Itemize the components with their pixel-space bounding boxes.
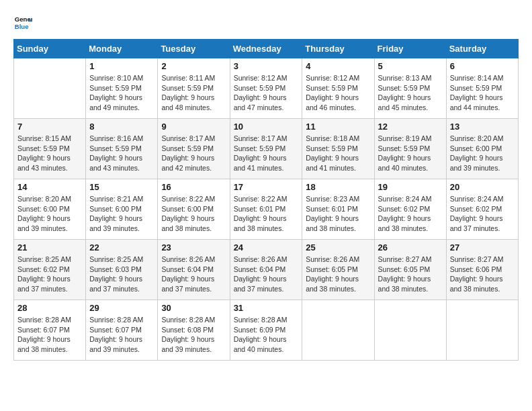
day-info: Sunrise: 8:25 AM Sunset: 6:03 PM Dayligh…: [89, 255, 154, 294]
day-info: Sunrise: 8:25 AM Sunset: 6:02 PM Dayligh…: [17, 255, 82, 294]
calendar-cell: 17Sunrise: 8:22 AM Sunset: 6:01 PM Dayli…: [230, 179, 302, 240]
calendar-cell: 25Sunrise: 8:26 AM Sunset: 6:05 PM Dayli…: [302, 240, 374, 300]
day-number: 31: [234, 303, 299, 313]
calendar-cell: 30Sunrise: 8:28 AM Sunset: 6:08 PM Dayli…: [158, 300, 230, 361]
calendar-cell: 1Sunrise: 8:10 AM Sunset: 5:59 PM Daylig…: [86, 58, 158, 119]
day-info: Sunrise: 8:28 AM Sunset: 6:07 PM Dayligh…: [89, 315, 154, 355]
day-info: Sunrise: 8:11 AM Sunset: 5:59 PM Dayligh…: [161, 73, 226, 113]
day-info: Sunrise: 8:17 AM Sunset: 5:59 PM Dayligh…: [234, 134, 299, 173]
day-number: 4: [306, 61, 370, 71]
day-number: 8: [89, 122, 154, 132]
calendar-header-row: SundayMondayTuesdayWednesdayThursdayFrid…: [14, 40, 519, 58]
day-info: Sunrise: 8:13 AM Sunset: 5:59 PM Dayligh…: [378, 73, 443, 113]
calendar-cell: 14Sunrise: 8:20 AM Sunset: 6:00 PM Dayli…: [14, 179, 86, 240]
day-info: Sunrise: 8:28 AM Sunset: 6:08 PM Dayligh…: [161, 315, 226, 355]
calendar-cell: 21Sunrise: 8:25 AM Sunset: 6:02 PM Dayli…: [14, 240, 86, 300]
day-number: 24: [234, 242, 299, 253]
day-number: 12: [378, 122, 443, 132]
calendar-cell: 26Sunrise: 8:27 AM Sunset: 6:05 PM Dayli…: [374, 240, 446, 300]
day-info: Sunrise: 8:14 AM Sunset: 5:59 PM Dayligh…: [450, 73, 515, 113]
calendar-cell: 16Sunrise: 8:22 AM Sunset: 6:00 PM Dayli…: [158, 179, 230, 240]
day-number: 9: [161, 122, 226, 132]
calendar-week-row: 14Sunrise: 8:20 AM Sunset: 6:00 PM Dayli…: [14, 179, 519, 240]
day-info: Sunrise: 8:26 AM Sunset: 6:05 PM Dayligh…: [306, 255, 370, 294]
calendar-cell: 18Sunrise: 8:23 AM Sunset: 6:01 PM Dayli…: [302, 179, 374, 240]
day-info: Sunrise: 8:19 AM Sunset: 5:59 PM Dayligh…: [378, 134, 443, 173]
calendar-week-row: 7Sunrise: 8:15 AM Sunset: 5:59 PM Daylig…: [14, 119, 519, 179]
calendar-cell: 6Sunrise: 8:14 AM Sunset: 5:59 PM Daylig…: [446, 58, 518, 119]
day-info: Sunrise: 8:20 AM Sunset: 6:00 PM Dayligh…: [17, 194, 82, 234]
day-info: Sunrise: 8:28 AM Sunset: 6:09 PM Dayligh…: [234, 315, 299, 355]
calendar-week-row: 1Sunrise: 8:10 AM Sunset: 5:59 PM Daylig…: [14, 58, 519, 119]
calendar-cell: [446, 300, 518, 361]
day-number: 21: [17, 242, 82, 253]
day-info: Sunrise: 8:15 AM Sunset: 5:59 PM Dayligh…: [17, 134, 82, 173]
calendar-cell: 28Sunrise: 8:28 AM Sunset: 6:07 PM Dayli…: [14, 300, 86, 361]
calendar-cell: 12Sunrise: 8:19 AM Sunset: 5:59 PM Dayli…: [374, 119, 446, 179]
calendar-cell: 13Sunrise: 8:20 AM Sunset: 6:00 PM Dayli…: [446, 119, 518, 179]
logo-icon: General Blue: [13, 13, 32, 32]
calendar-cell: 15Sunrise: 8:21 AM Sunset: 6:00 PM Dayli…: [86, 179, 158, 240]
day-info: Sunrise: 8:22 AM Sunset: 6:01 PM Dayligh…: [234, 194, 299, 234]
day-number: 20: [450, 182, 515, 192]
day-number: 22: [89, 242, 154, 253]
calendar-cell: 29Sunrise: 8:28 AM Sunset: 6:07 PM Dayli…: [86, 300, 158, 361]
day-number: 5: [378, 61, 443, 71]
logo: General Blue: [13, 13, 35, 32]
calendar-cell: [374, 300, 446, 361]
day-header-tuesday: Tuesday: [158, 40, 230, 58]
day-number: 17: [234, 182, 299, 192]
day-info: Sunrise: 8:21 AM Sunset: 6:00 PM Dayligh…: [89, 194, 154, 234]
day-number: 13: [450, 122, 515, 132]
day-header-saturday: Saturday: [446, 40, 518, 58]
day-header-sunday: Sunday: [14, 40, 86, 58]
day-info: Sunrise: 8:23 AM Sunset: 6:01 PM Dayligh…: [306, 194, 370, 234]
day-info: Sunrise: 8:24 AM Sunset: 6:02 PM Dayligh…: [378, 194, 443, 234]
day-number: 7: [17, 122, 82, 132]
day-number: 28: [17, 303, 82, 313]
calendar-cell: 11Sunrise: 8:18 AM Sunset: 5:59 PM Dayli…: [302, 119, 374, 179]
day-number: 23: [161, 242, 226, 253]
day-header-friday: Friday: [374, 40, 446, 58]
day-info: Sunrise: 8:12 AM Sunset: 5:59 PM Dayligh…: [234, 73, 299, 113]
day-number: 6: [450, 61, 515, 71]
day-header-wednesday: Wednesday: [230, 40, 302, 58]
calendar-cell: 10Sunrise: 8:17 AM Sunset: 5:59 PM Dayli…: [230, 119, 302, 179]
day-info: Sunrise: 8:26 AM Sunset: 6:04 PM Dayligh…: [161, 255, 226, 294]
header: General Blue: [13, 13, 519, 32]
day-number: 26: [378, 242, 443, 253]
calendar-cell: 9Sunrise: 8:17 AM Sunset: 5:59 PM Daylig…: [158, 119, 230, 179]
day-info: Sunrise: 8:28 AM Sunset: 6:07 PM Dayligh…: [17, 315, 82, 355]
calendar-cell: 8Sunrise: 8:16 AM Sunset: 5:59 PM Daylig…: [86, 119, 158, 179]
calendar-cell: 5Sunrise: 8:13 AM Sunset: 5:59 PM Daylig…: [374, 58, 446, 119]
day-number: 10: [234, 122, 299, 132]
day-number: 16: [161, 182, 226, 192]
day-number: 29: [89, 303, 154, 313]
calendar-cell: 22Sunrise: 8:25 AM Sunset: 6:03 PM Dayli…: [86, 240, 158, 300]
day-info: Sunrise: 8:18 AM Sunset: 5:59 PM Dayligh…: [306, 134, 370, 173]
calendar-cell: 23Sunrise: 8:26 AM Sunset: 6:04 PM Dayli…: [158, 240, 230, 300]
calendar-cell: 3Sunrise: 8:12 AM Sunset: 5:59 PM Daylig…: [230, 58, 302, 119]
day-info: Sunrise: 8:24 AM Sunset: 6:02 PM Dayligh…: [450, 194, 515, 234]
day-info: Sunrise: 8:16 AM Sunset: 5:59 PM Dayligh…: [89, 134, 154, 173]
calendar-cell: 7Sunrise: 8:15 AM Sunset: 5:59 PM Daylig…: [14, 119, 86, 179]
calendar-cell: 31Sunrise: 8:28 AM Sunset: 6:09 PM Dayli…: [230, 300, 302, 361]
day-number: 18: [306, 182, 370, 192]
calendar-cell: [14, 58, 86, 119]
calendar-cell: [302, 300, 374, 361]
day-number: 15: [89, 182, 154, 192]
day-info: Sunrise: 8:10 AM Sunset: 5:59 PM Dayligh…: [89, 73, 154, 113]
calendar-cell: 2Sunrise: 8:11 AM Sunset: 5:59 PM Daylig…: [158, 58, 230, 119]
day-header-thursday: Thursday: [302, 40, 374, 58]
calendar-body: 1Sunrise: 8:10 AM Sunset: 5:59 PM Daylig…: [14, 58, 519, 361]
day-info: Sunrise: 8:20 AM Sunset: 6:00 PM Dayligh…: [450, 134, 515, 173]
day-number: 30: [161, 303, 226, 313]
day-info: Sunrise: 8:27 AM Sunset: 6:06 PM Dayligh…: [450, 255, 515, 294]
calendar-week-row: 21Sunrise: 8:25 AM Sunset: 6:02 PM Dayli…: [14, 240, 519, 300]
day-number: 19: [378, 182, 443, 192]
day-number: 2: [161, 61, 226, 71]
day-header-monday: Monday: [86, 40, 158, 58]
calendar-week-row: 28Sunrise: 8:28 AM Sunset: 6:07 PM Dayli…: [14, 300, 519, 361]
day-info: Sunrise: 8:27 AM Sunset: 6:05 PM Dayligh…: [378, 255, 443, 294]
day-number: 27: [450, 242, 515, 253]
